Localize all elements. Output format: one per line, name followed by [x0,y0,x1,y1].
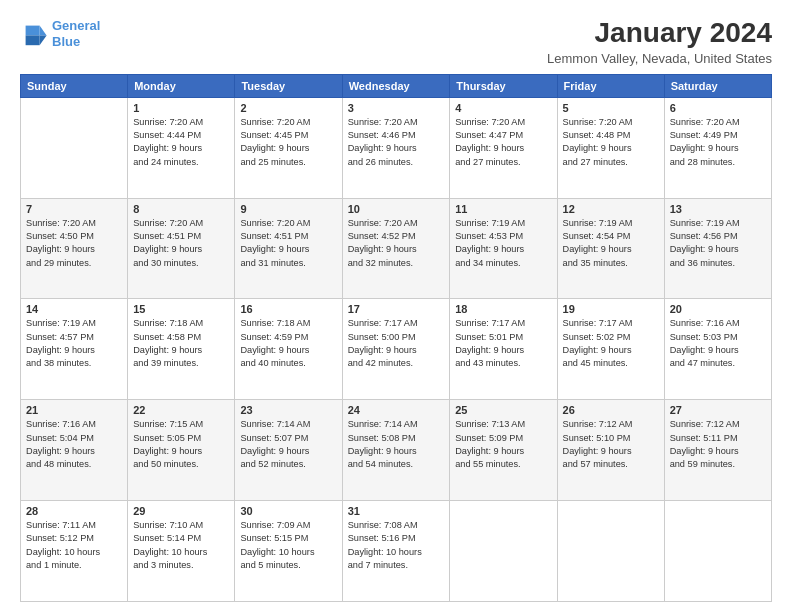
day-info: Sunrise: 7:17 AM Sunset: 5:02 PM Dayligh… [563,317,659,370]
day-number: 2 [240,102,336,114]
day-number: 27 [670,404,766,416]
day-cell: 8Sunrise: 7:20 AM Sunset: 4:51 PM Daylig… [128,198,235,299]
calendar-table: SundayMondayTuesdayWednesdayThursdayFrid… [20,74,772,602]
day-info: Sunrise: 7:19 AM Sunset: 4:56 PM Dayligh… [670,217,766,270]
col-header-saturday: Saturday [664,74,771,97]
day-cell: 21Sunrise: 7:16 AM Sunset: 5:04 PM Dayli… [21,400,128,501]
day-number: 13 [670,203,766,215]
day-cell: 23Sunrise: 7:14 AM Sunset: 5:07 PM Dayli… [235,400,342,501]
week-row-3: 21Sunrise: 7:16 AM Sunset: 5:04 PM Dayli… [21,400,772,501]
day-number: 22 [133,404,229,416]
day-info: Sunrise: 7:20 AM Sunset: 4:51 PM Dayligh… [133,217,229,270]
day-cell: 15Sunrise: 7:18 AM Sunset: 4:58 PM Dayli… [128,299,235,400]
day-info: Sunrise: 7:19 AM Sunset: 4:57 PM Dayligh… [26,317,122,370]
day-cell: 6Sunrise: 7:20 AM Sunset: 4:49 PM Daylig… [664,97,771,198]
col-header-friday: Friday [557,74,664,97]
day-info: Sunrise: 7:18 AM Sunset: 4:58 PM Dayligh… [133,317,229,370]
day-cell [664,501,771,602]
day-info: Sunrise: 7:20 AM Sunset: 4:47 PM Dayligh… [455,116,551,169]
day-cell: 19Sunrise: 7:17 AM Sunset: 5:02 PM Dayli… [557,299,664,400]
day-info: Sunrise: 7:19 AM Sunset: 4:54 PM Dayligh… [563,217,659,270]
day-cell: 11Sunrise: 7:19 AM Sunset: 4:53 PM Dayli… [450,198,557,299]
day-info: Sunrise: 7:13 AM Sunset: 5:09 PM Dayligh… [455,418,551,471]
day-number: 4 [455,102,551,114]
day-cell [21,97,128,198]
day-number: 6 [670,102,766,114]
day-info: Sunrise: 7:11 AM Sunset: 5:12 PM Dayligh… [26,519,122,572]
day-number: 28 [26,505,122,517]
day-cell: 13Sunrise: 7:19 AM Sunset: 4:56 PM Dayli… [664,198,771,299]
day-cell: 28Sunrise: 7:11 AM Sunset: 5:12 PM Dayli… [21,501,128,602]
day-info: Sunrise: 7:14 AM Sunset: 5:07 PM Dayligh… [240,418,336,471]
week-row-1: 7Sunrise: 7:20 AM Sunset: 4:50 PM Daylig… [21,198,772,299]
day-info: Sunrise: 7:08 AM Sunset: 5:16 PM Dayligh… [348,519,445,572]
calendar-header: SundayMondayTuesdayWednesdayThursdayFrid… [21,74,772,97]
week-row-2: 14Sunrise: 7:19 AM Sunset: 4:57 PM Dayli… [21,299,772,400]
day-number: 29 [133,505,229,517]
day-cell: 29Sunrise: 7:10 AM Sunset: 5:14 PM Dayli… [128,501,235,602]
day-number: 8 [133,203,229,215]
day-number: 7 [26,203,122,215]
logo-icon [20,20,48,48]
day-cell: 18Sunrise: 7:17 AM Sunset: 5:01 PM Dayli… [450,299,557,400]
day-number: 1 [133,102,229,114]
day-number: 17 [348,303,445,315]
day-cell: 16Sunrise: 7:18 AM Sunset: 4:59 PM Dayli… [235,299,342,400]
day-info: Sunrise: 7:17 AM Sunset: 5:01 PM Dayligh… [455,317,551,370]
day-number: 5 [563,102,659,114]
logo-text: General Blue [52,18,100,49]
day-number: 26 [563,404,659,416]
col-header-tuesday: Tuesday [235,74,342,97]
logo-line2: Blue [52,34,80,49]
day-number: 31 [348,505,445,517]
day-info: Sunrise: 7:17 AM Sunset: 5:00 PM Dayligh… [348,317,445,370]
day-info: Sunrise: 7:20 AM Sunset: 4:48 PM Dayligh… [563,116,659,169]
logo-line1: General [52,18,100,33]
day-number: 14 [26,303,122,315]
day-number: 15 [133,303,229,315]
day-cell: 17Sunrise: 7:17 AM Sunset: 5:00 PM Dayli… [342,299,450,400]
day-info: Sunrise: 7:09 AM Sunset: 5:15 PM Dayligh… [240,519,336,572]
day-info: Sunrise: 7:20 AM Sunset: 4:44 PM Dayligh… [133,116,229,169]
svg-rect-3 [26,35,40,45]
day-number: 18 [455,303,551,315]
day-number: 16 [240,303,336,315]
day-cell: 9Sunrise: 7:20 AM Sunset: 4:51 PM Daylig… [235,198,342,299]
subtitle: Lemmon Valley, Nevada, United States [547,51,772,66]
day-cell: 24Sunrise: 7:14 AM Sunset: 5:08 PM Dayli… [342,400,450,501]
day-cell: 26Sunrise: 7:12 AM Sunset: 5:10 PM Dayli… [557,400,664,501]
title-block: January 2024 Lemmon Valley, Nevada, Unit… [547,18,772,66]
day-cell: 7Sunrise: 7:20 AM Sunset: 4:50 PM Daylig… [21,198,128,299]
day-info: Sunrise: 7:15 AM Sunset: 5:05 PM Dayligh… [133,418,229,471]
page: General Blue January 2024 Lemmon Valley,… [0,0,792,612]
day-info: Sunrise: 7:20 AM Sunset: 4:49 PM Dayligh… [670,116,766,169]
day-cell: 20Sunrise: 7:16 AM Sunset: 5:03 PM Dayli… [664,299,771,400]
day-info: Sunrise: 7:18 AM Sunset: 4:59 PM Dayligh… [240,317,336,370]
day-number: 20 [670,303,766,315]
calendar-body: 1Sunrise: 7:20 AM Sunset: 4:44 PM Daylig… [21,97,772,601]
day-number: 12 [563,203,659,215]
col-header-monday: Monday [128,74,235,97]
day-info: Sunrise: 7:20 AM Sunset: 4:46 PM Dayligh… [348,116,445,169]
day-number: 10 [348,203,445,215]
day-cell: 4Sunrise: 7:20 AM Sunset: 4:47 PM Daylig… [450,97,557,198]
col-header-sunday: Sunday [21,74,128,97]
day-info: Sunrise: 7:14 AM Sunset: 5:08 PM Dayligh… [348,418,445,471]
day-number: 19 [563,303,659,315]
day-cell: 31Sunrise: 7:08 AM Sunset: 5:16 PM Dayli… [342,501,450,602]
day-info: Sunrise: 7:10 AM Sunset: 5:14 PM Dayligh… [133,519,229,572]
day-number: 24 [348,404,445,416]
day-info: Sunrise: 7:20 AM Sunset: 4:51 PM Dayligh… [240,217,336,270]
logo: General Blue [20,18,100,49]
day-info: Sunrise: 7:12 AM Sunset: 5:10 PM Dayligh… [563,418,659,471]
day-cell: 10Sunrise: 7:20 AM Sunset: 4:52 PM Dayli… [342,198,450,299]
day-cell: 27Sunrise: 7:12 AM Sunset: 5:11 PM Dayli… [664,400,771,501]
day-cell: 5Sunrise: 7:20 AM Sunset: 4:48 PM Daylig… [557,97,664,198]
day-info: Sunrise: 7:16 AM Sunset: 5:04 PM Dayligh… [26,418,122,471]
day-number: 21 [26,404,122,416]
header: General Blue January 2024 Lemmon Valley,… [20,18,772,66]
week-row-0: 1Sunrise: 7:20 AM Sunset: 4:44 PM Daylig… [21,97,772,198]
col-header-wednesday: Wednesday [342,74,450,97]
day-cell: 25Sunrise: 7:13 AM Sunset: 5:09 PM Dayli… [450,400,557,501]
day-cell: 1Sunrise: 7:20 AM Sunset: 4:44 PM Daylig… [128,97,235,198]
